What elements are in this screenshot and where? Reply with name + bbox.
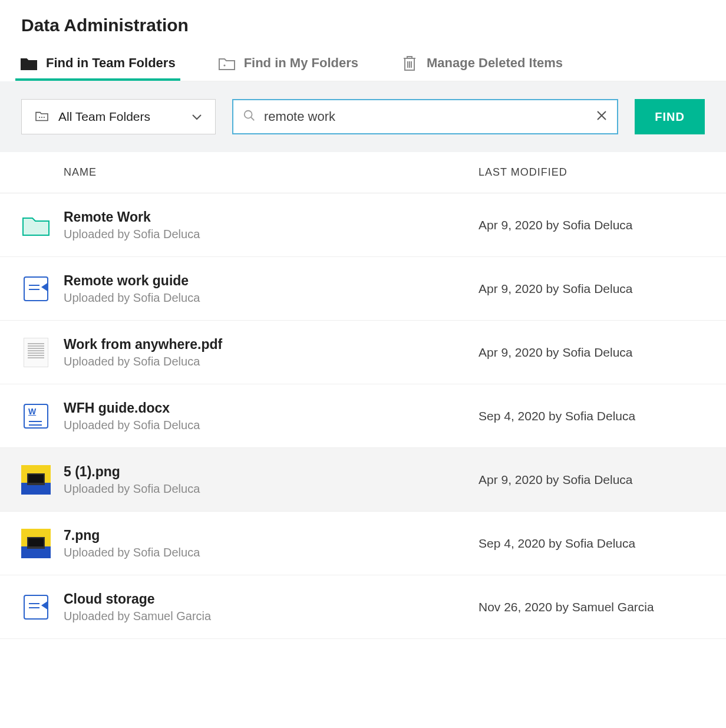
results-table: NAME LAST MODIFIED Remote WorkUploaded b… — [0, 152, 726, 639]
svg-point-5 — [41, 117, 42, 118]
svg-point-2 — [31, 64, 32, 66]
file-uploader: Uploaded by Sofia Deluca — [64, 291, 478, 305]
file-last-modified: Apr 9, 2020 by Sofia Deluca — [478, 345, 726, 360]
svg-point-7 — [245, 111, 252, 118]
team-folder-icon — [20, 54, 38, 72]
tab-label: Find in Team Folders — [46, 55, 176, 71]
tabs-bar: Find in Team Folders Find in My Folders … — [15, 48, 726, 81]
table-row[interactable]: 5 (1).pngUploaded by Sofia DelucaApr 9, … — [0, 448, 726, 512]
svg-point-3 — [223, 64, 225, 66]
file-name: 7.png — [64, 528, 478, 543]
file-name: Cloud storage — [64, 591, 478, 607]
file-last-modified: Nov 26, 2020 by Samuel Garcia — [478, 600, 726, 614]
search-input[interactable] — [264, 109, 588, 124]
tab-label: Find in My Folders — [244, 55, 358, 71]
column-header-last-modified[interactable]: LAST MODIFIED — [478, 166, 726, 179]
tab-find-my-folders[interactable]: Find in My Folders — [213, 48, 363, 81]
table-row[interactable]: 7.pngUploaded by Sofia DelucaSep 4, 2020… — [0, 512, 726, 575]
search-field[interactable] — [232, 99, 618, 134]
tab-manage-deleted[interactable]: Manage Deleted Items — [396, 48, 567, 81]
chevron-down-icon — [192, 110, 202, 124]
file-last-modified: Apr 9, 2020 by Sofia Deluca — [478, 282, 726, 296]
table-row[interactable]: Remote work guideUploaded by Sofia Deluc… — [0, 257, 726, 321]
file-name: WFH guide.docx — [64, 400, 478, 416]
pdf-icon — [24, 338, 48, 367]
svg-point-6 — [44, 117, 45, 118]
document-icon — [24, 595, 48, 620]
folder-icon — [21, 212, 51, 238]
file-name: Remote work guide — [64, 273, 478, 289]
image-thumbnail-icon — [21, 529, 51, 558]
svg-point-4 — [39, 117, 40, 118]
clear-search-icon[interactable] — [596, 110, 608, 124]
table-row[interactable]: Cloud storageUploaded by Samuel GarciaNo… — [0, 575, 726, 639]
file-uploader: Uploaded by Sofia Deluca — [64, 228, 478, 241]
file-last-modified: Sep 4, 2020 by Sofia Deluca — [478, 409, 726, 423]
search-icon — [243, 109, 256, 124]
file-last-modified: Apr 9, 2020 by Sofia Deluca — [478, 473, 726, 487]
tab-label: Manage Deleted Items — [427, 55, 563, 71]
file-last-modified: Apr 9, 2020 by Sofia Deluca — [478, 218, 726, 232]
word-doc-icon — [24, 404, 48, 429]
file-name: 5 (1).png — [64, 464, 478, 480]
file-uploader: Uploaded by Sofia Deluca — [64, 419, 478, 432]
file-name: Remote Work — [64, 209, 478, 225]
column-header-name[interactable]: NAME — [0, 166, 478, 179]
trash-icon — [401, 54, 418, 72]
find-button[interactable]: FIND — [635, 99, 705, 134]
table-row[interactable]: Work from anywhere.pdfUploaded by Sofia … — [0, 321, 726, 384]
tab-find-team-folders[interactable]: Find in Team Folders — [15, 48, 180, 81]
file-uploader: Uploaded by Sofia Deluca — [64, 482, 478, 496]
document-icon — [24, 276, 48, 301]
file-name: Work from anywhere.pdf — [64, 337, 478, 353]
team-folder-icon — [35, 110, 49, 124]
file-uploader: Uploaded by Sofia Deluca — [64, 355, 478, 368]
file-uploader: Uploaded by Sofia Deluca — [64, 546, 478, 559]
file-uploader: Uploaded by Samuel Garcia — [64, 610, 478, 623]
results-header: NAME LAST MODIFIED — [0, 152, 726, 193]
table-row[interactable]: Remote WorkUploaded by Sofia DelucaApr 9… — [0, 193, 726, 257]
file-last-modified: Sep 4, 2020 by Sofia Deluca — [478, 536, 726, 551]
folder-scope-select[interactable]: All Team Folders — [21, 99, 216, 134]
svg-point-0 — [25, 64, 27, 66]
page-title: Data Administration — [0, 0, 726, 48]
image-thumbnail-icon — [21, 465, 51, 495]
table-row[interactable]: WFH guide.docxUploaded by Sofia DelucaSe… — [0, 384, 726, 448]
folder-scope-label: All Team Folders — [58, 110, 150, 124]
svg-point-1 — [28, 64, 29, 66]
search-toolbar: All Team Folders FIND — [0, 81, 726, 152]
my-folder-icon — [218, 54, 236, 72]
